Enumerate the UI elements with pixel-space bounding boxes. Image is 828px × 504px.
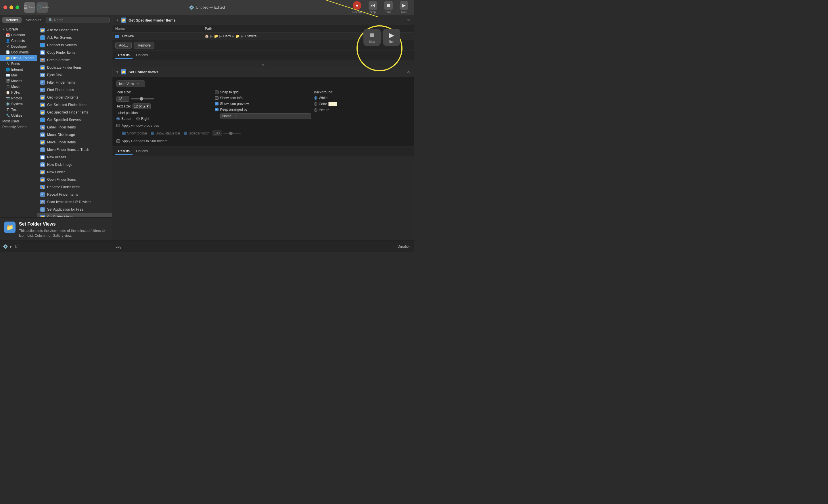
panel-close-2[interactable]: ✕ xyxy=(407,70,410,74)
panel-close-1[interactable]: ✕ xyxy=(407,18,410,22)
big-run-button[interactable]: ▶ Run xyxy=(383,29,400,46)
close-button[interactable] xyxy=(3,5,7,9)
minimize-button[interactable] xyxy=(9,5,13,9)
icon-size-slider[interactable] xyxy=(131,98,154,99)
arrange-select[interactable]: Name xyxy=(220,113,311,119)
keep-arranged-row[interactable]: ✓ Keep arranged by xyxy=(215,107,311,111)
bg-picture-option[interactable]: Picture xyxy=(314,108,410,112)
sidebar-width-input[interactable] xyxy=(212,131,222,136)
tree-item-recently-added[interactable]: Recently Added xyxy=(0,124,37,130)
panel-toggle-1[interactable]: ▼ xyxy=(116,19,119,22)
run-button[interactable]: ▶ Run xyxy=(397,0,411,15)
tree-item-documents[interactable]: 📄 Documents xyxy=(0,49,37,55)
big-stop-button[interactable]: ⏹ Stop xyxy=(363,29,381,46)
action-duplicate-finder[interactable]: 📁 Duplicate Finder Items xyxy=(37,64,112,71)
tree-item-utilities[interactable]: 🔧 Utilities xyxy=(0,112,37,119)
action-eject-disk[interactable]: 💿 Eject Disk xyxy=(37,71,112,79)
action-get-specified-servers[interactable]: 🌐 Get Specified Servers xyxy=(37,116,112,124)
panel-tabs-2: Results Options xyxy=(113,146,414,156)
action-label-finder[interactable]: 🏷️ Label Finder Items xyxy=(37,124,112,131)
panel-toggle-2[interactable]: ▼ xyxy=(116,71,119,74)
action-move-finder[interactable]: 📁 Move Finder Items xyxy=(37,138,112,146)
path-sep-2: ▶ xyxy=(219,34,222,38)
search-box[interactable]: 🔍 xyxy=(46,17,110,23)
action-create-archive[interactable]: 📦 Create Archive xyxy=(37,56,112,64)
log-label: Log xyxy=(116,244,121,248)
action-label-open-finder: Open Finder Items xyxy=(47,178,76,182)
tree-item-pdfs[interactable]: 📋 PDFs xyxy=(0,90,37,95)
tree-item-internet[interactable]: 🌐 Internet xyxy=(0,67,37,73)
apply-subfolders-row[interactable]: Apply Changes to Sub-folders xyxy=(116,139,410,143)
action-get-selected[interactable]: 📁 Get Selected Finder Items xyxy=(37,101,112,108)
gear-button[interactable]: ⚙️ ▼ xyxy=(3,244,13,249)
action-get-folder[interactable]: 📁 Get Folder Contents xyxy=(37,94,112,101)
action-new-folder[interactable]: 📁 New Folder xyxy=(37,168,112,176)
action-connect-servers[interactable]: 🌐 Connect to Servers xyxy=(37,41,112,49)
action-set-application[interactable]: ⚙️ Set Application for Files xyxy=(37,206,112,213)
text-size-select[interactable]: 12 pt ▲▼ xyxy=(132,103,151,109)
tab-actions[interactable]: Actions xyxy=(2,17,22,23)
fullscreen-button[interactable] xyxy=(15,5,19,9)
tab-options-2[interactable]: Options xyxy=(133,148,151,155)
remove-button[interactable]: Remove xyxy=(134,42,154,49)
action-new-disk[interactable]: 💿 New Disk Image xyxy=(37,161,112,168)
apply-window-row[interactable]: Apply window properties xyxy=(116,124,410,128)
action-rename-finder[interactable]: ✏️ Rename Finder Items xyxy=(37,183,112,191)
tree-item-system[interactable]: ⚙️ System xyxy=(0,101,37,107)
show-toolbar-label: Show toolbar xyxy=(127,131,147,135)
action-ask-servers[interactable]: 🌐 Ask For Servers xyxy=(37,34,112,41)
tab-results-2[interactable]: Results xyxy=(115,148,132,155)
label-right-option[interactable]: Right xyxy=(136,117,149,121)
step-button[interactable]: ⏭ Step xyxy=(366,0,379,15)
bg-white-option[interactable]: White xyxy=(314,96,410,100)
record-button[interactable]: ● Record xyxy=(350,0,364,15)
action-ask-finder[interactable]: 📁 Ask for Finder Items xyxy=(37,27,112,34)
tree-item-files-folders[interactable]: 📁 Files & Folders xyxy=(0,55,37,61)
movies-icon: 🎬 xyxy=(6,79,10,83)
action-mount-disk[interactable]: 💿 Mount Disk Image xyxy=(37,131,112,138)
tree-item-movies[interactable]: 🎬 Movies xyxy=(0,78,37,84)
bg-color-option[interactable]: Color xyxy=(314,102,410,106)
view-dropdown[interactable]: Icon View xyxy=(116,81,145,87)
tab-results-1[interactable]: Results xyxy=(115,52,132,59)
show-item-info-row[interactable]: Show item info xyxy=(215,96,311,100)
tree-item-developer[interactable]: ✕ Developer xyxy=(0,44,37,49)
show-icon-preview-row[interactable]: ✓ Show icon preview xyxy=(215,102,311,106)
validate-button[interactable]: ☑ xyxy=(15,244,19,249)
action-scan-hp[interactable]: 🖨️ Scan Items from HP Devices xyxy=(37,198,112,206)
snap-grid-row[interactable]: Snap to grid xyxy=(215,90,311,94)
tree-item-library[interactable]: ▼ Library xyxy=(0,27,37,32)
icon-size-input[interactable] xyxy=(116,96,129,102)
action-open-finder[interactable]: 📂 Open Finder Items xyxy=(37,176,112,183)
media-tab-button[interactable]: 🎵 Media xyxy=(37,2,48,13)
tree-item-calendar[interactable]: 📅 Calendar xyxy=(0,32,37,38)
panel-icon-1: 📁 xyxy=(121,17,126,23)
tree-item-fonts[interactable]: A Fonts xyxy=(0,61,37,67)
action-label-ask-servers: Ask For Servers xyxy=(47,36,72,40)
color-swatch[interactable] xyxy=(328,102,337,106)
action-new-aliases[interactable]: 📄 New Aliases xyxy=(37,153,112,161)
label-bottom-option[interactable]: Bottom xyxy=(116,117,132,121)
action-icon-scan-hp: 🖨️ xyxy=(40,200,45,204)
tab-options-1[interactable]: Options xyxy=(133,52,151,59)
tree-item-text[interactable]: T Text xyxy=(0,107,37,112)
action-filter-finder[interactable]: 🔍 Filter Finder Items xyxy=(37,79,112,86)
stop-button[interactable]: ⏹ Stop xyxy=(382,0,395,15)
add-button[interactable]: Add... xyxy=(115,42,132,49)
action-move-trash[interactable]: 🗑️ Move Finder Items to Trash xyxy=(37,146,112,153)
tree-item-mail[interactable]: ✉️ Mail xyxy=(0,73,37,78)
tree-item-music[interactable]: 🎵 Music xyxy=(0,84,37,90)
action-get-specified[interactable]: 📁 Get Specified Finder Items xyxy=(37,108,112,116)
action-find-finder[interactable]: 🔍 Find Finder Items xyxy=(37,86,112,94)
library-tab-button[interactable]: ☰ Library xyxy=(24,2,35,13)
action-icon-copy-finder: 📄 xyxy=(40,50,45,55)
view-dropdown-value: Icon View xyxy=(119,82,134,86)
action-reveal-finder[interactable]: 🔍 Reveal Finder Items xyxy=(37,191,112,198)
bg-picture-label: Picture xyxy=(319,108,329,112)
tree-item-contacts[interactable]: 👤 Contacts xyxy=(0,38,37,44)
tab-variables[interactable]: Variables xyxy=(23,17,45,23)
action-copy-finder[interactable]: 📄 Copy Finder Items xyxy=(37,49,112,56)
tree-item-most-used[interactable]: Most Used xyxy=(0,119,37,124)
tree-item-photos[interactable]: 📷 Photos xyxy=(0,95,37,101)
search-input[interactable] xyxy=(54,18,107,22)
